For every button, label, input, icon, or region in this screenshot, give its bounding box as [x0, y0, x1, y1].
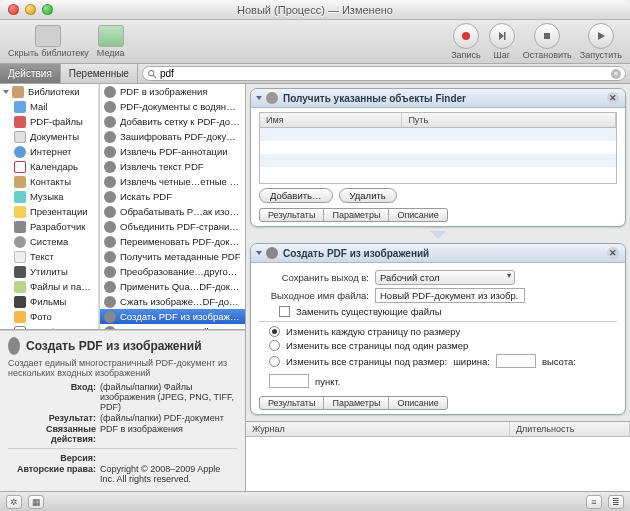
action-item[interactable]: Преобразование…другой формат — [100, 264, 245, 279]
category-item[interactable]: PDF-файлы — [0, 114, 99, 129]
finder-items-table[interactable]: Имя Путь — [259, 112, 617, 184]
add-item-button[interactable]: Добавить… — [259, 188, 333, 203]
remove-step-button[interactable]: ✕ — [607, 247, 619, 259]
workflow-step-finder-items[interactable]: Получить указанные объекты Finder ✕ Имя … — [250, 88, 626, 227]
tab-actions[interactable]: Действия — [0, 64, 61, 83]
category-list[interactable]: Библиотеки MailPDF-файлыДокументыИнтерне… — [0, 84, 100, 329]
category-item[interactable]: Фото — [0, 309, 99, 324]
action-label: Добавить сетку к PDF-документам — [120, 115, 241, 128]
replace-checkbox[interactable] — [279, 306, 290, 317]
category-item[interactable]: Фильмы — [0, 294, 99, 309]
category-item[interactable]: Файлы и папки — [0, 279, 99, 294]
category-icon — [14, 236, 26, 248]
action-item[interactable]: Получить метаданные PDF — [100, 249, 245, 264]
resize-custom-radio[interactable] — [269, 356, 280, 367]
actions-list[interactable]: PDF в изображенияPDF-документы с водяным… — [100, 84, 245, 329]
category-item[interactable]: Текст — [0, 249, 99, 264]
action-item[interactable]: Извлечь текст PDF — [100, 159, 245, 174]
run-button[interactable]: Запустить — [580, 23, 622, 60]
subtab-params[interactable]: Параметры — [324, 397, 389, 409]
action-item[interactable]: Создать PDF из изображений — [100, 309, 245, 324]
action-item[interactable]: PDF в изображения — [100, 84, 245, 99]
action-item[interactable]: PDF-документы с водяным знаком — [100, 99, 245, 114]
gear-menu-button[interactable]: ✲ — [6, 495, 22, 509]
action-item[interactable]: Объединить PDF-страницы — [100, 219, 245, 234]
subtab-desc[interactable]: Описание — [389, 397, 446, 409]
height-input[interactable] — [269, 374, 309, 388]
action-label: Сжать изображе…DF-документах — [120, 295, 241, 308]
view-list-button[interactable]: ≡ — [586, 495, 602, 509]
remove-step-button[interactable]: ✕ — [607, 92, 619, 104]
action-label: Извлечь текст PDF — [120, 160, 204, 173]
category-item[interactable]: Разработчик — [0, 219, 99, 234]
clear-search-icon[interactable]: ✕ — [611, 69, 621, 79]
subtab-results[interactable]: Результаты — [260, 397, 324, 409]
stop-button[interactable]: Остановить — [523, 23, 572, 60]
action-icon — [266, 247, 278, 259]
category-item[interactable]: Система — [0, 234, 99, 249]
category-item[interactable]: Календарь — [0, 159, 99, 174]
category-icon — [14, 176, 26, 188]
resize-all-one-radio[interactable] — [269, 340, 280, 351]
search-field[interactable]: ✕ — [142, 66, 626, 81]
subtab-params[interactable]: Параметры — [324, 209, 389, 221]
action-item[interactable]: Применить Qua…DF-документам — [100, 279, 245, 294]
category-item[interactable]: Документы — [0, 129, 99, 144]
action-item[interactable]: Искать PDF — [100, 189, 245, 204]
category-label: Разработчик — [30, 220, 85, 233]
step-header[interactable]: Создать PDF из изображений ✕ — [251, 244, 625, 263]
workflow-canvas[interactable]: Получить указанные объекты Finder ✕ Имя … — [246, 84, 630, 421]
action-item[interactable]: Извлечь четные…етные страницы — [100, 174, 245, 189]
action-item[interactable]: Зашифровать PDF-документы — [100, 129, 245, 144]
category-label: Музыка — [30, 190, 64, 203]
col-path: Путь — [402, 113, 616, 127]
workflow-step-create-pdf[interactable]: Создать PDF из изображений ✕ Сохранить в… — [250, 243, 626, 415]
action-label: Зашифровать PDF-документы — [120, 130, 241, 143]
action-detail-title: Создать PDF из изображений — [26, 339, 202, 353]
category-item[interactable]: Mail — [0, 99, 99, 114]
category-item[interactable]: Шрифты — [0, 324, 99, 329]
category-item[interactable]: Утилиты — [0, 264, 99, 279]
toggle-library-button[interactable]: Скрыть библиотеку — [8, 25, 89, 58]
media-button[interactable]: Медиа — [97, 25, 125, 58]
resize-each-radio[interactable] — [269, 326, 280, 337]
output-name-input[interactable]: Новый PDF-документ из изобр. — [375, 288, 525, 303]
action-item[interactable]: Обрабатывать P…ак изображения — [100, 204, 245, 219]
workflow-info-button[interactable]: ▦ — [28, 495, 44, 509]
width-input[interactable] — [496, 354, 536, 368]
tab-variables[interactable]: Переменные — [61, 64, 138, 83]
log-body[interactable] — [246, 437, 630, 491]
view-flow-button[interactable]: ≣ — [608, 495, 624, 509]
subtab-results[interactable]: Результаты — [260, 209, 324, 221]
category-item[interactable]: Интернет — [0, 144, 99, 159]
step-header[interactable]: Получить указанные объекты Finder ✕ — [251, 89, 625, 108]
value-copyright: Copyright © 2008–2009 Apple Inc. All rig… — [100, 464, 237, 484]
category-item[interactable]: Контакты — [0, 174, 99, 189]
disclosure-icon[interactable] — [256, 96, 262, 100]
action-item[interactable]: Сжать изображе…DF-документах — [100, 294, 245, 309]
action-item[interactable]: Переименовать PDF-документы — [100, 234, 245, 249]
disclosure-icon[interactable] — [256, 251, 262, 255]
save-location-select[interactable]: Рабочий стол — [375, 270, 515, 285]
category-label: Библиотеки — [28, 85, 79, 98]
step-button[interactable]: Шаг — [489, 23, 515, 60]
window-title: Новый (Процесс) — Изменено — [0, 4, 630, 16]
category-item[interactable]: Музыка — [0, 189, 99, 204]
category-item[interactable]: Презентации — [0, 204, 99, 219]
library-icon — [35, 25, 61, 47]
record-button[interactable]: Запись — [451, 23, 481, 60]
subtab-desc[interactable]: Описание — [389, 209, 446, 221]
disclosure-icon — [3, 90, 9, 94]
category-label: Текст — [30, 250, 54, 263]
step-subtabs[interactable]: Результаты Параметры Описание — [259, 208, 448, 222]
action-label: Извлечь PDF-аннотации — [120, 145, 228, 158]
action-item[interactable]: Извлечь PDF-аннотации — [100, 144, 245, 159]
step-subtabs[interactable]: Результаты Параметры Описание — [259, 396, 448, 410]
category-library-root[interactable]: Библиотеки — [0, 84, 99, 99]
search-input[interactable] — [160, 68, 608, 79]
action-label: Объединить PDF-страницы — [120, 220, 241, 233]
remove-item-button[interactable]: Удалить — [339, 188, 397, 203]
action-label: Преобразование…другой формат — [120, 265, 241, 278]
action-item[interactable]: Добавить сетку к PDF-документам — [100, 114, 245, 129]
action-item[interactable]: Создать контактный лист в PDF — [100, 324, 245, 329]
